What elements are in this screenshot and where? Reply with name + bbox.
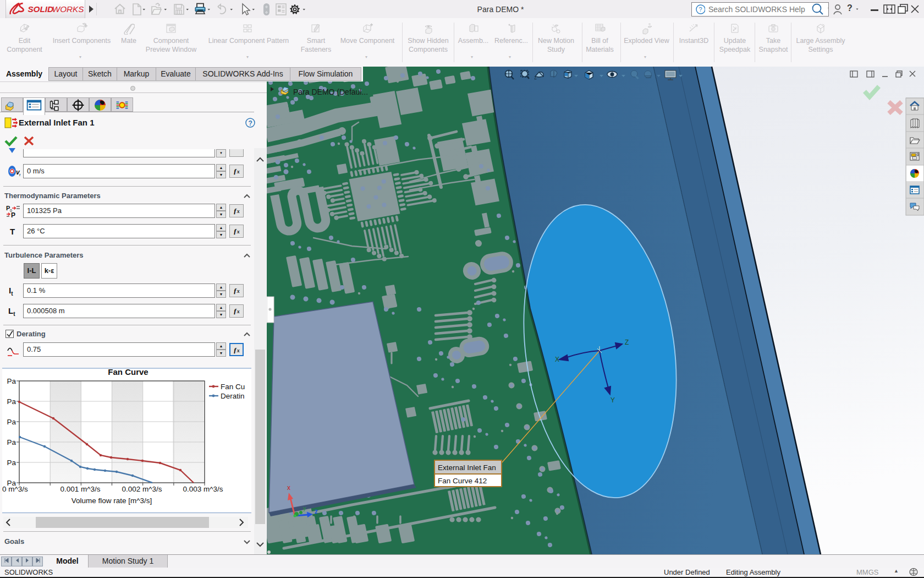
svg-text:0.003 m^3/s: 0.003 m^3/s: [183, 485, 223, 493]
svg-text:WORKS: WORKS: [52, 4, 84, 14]
svg-text:Para DEMO (Defaul...: Para DEMO (Defaul...: [293, 88, 368, 96]
svg-text:Volume flow rate [m^3/s]: Volume flow rate [m^3/s]: [72, 497, 152, 505]
svg-text:Fan Cu: Fan Cu: [221, 383, 245, 391]
svg-text:Y: Y: [610, 396, 615, 404]
svg-text:0.002 m^3/s: 0.002 m^3/s: [122, 485, 162, 493]
svg-text:z: z: [315, 508, 318, 515]
svg-text:?: ?: [699, 6, 702, 13]
svg-text:r: r: [19, 172, 21, 177]
svg-text:0.001 m^3/s: 0.001 m^3/s: [60, 485, 100, 493]
svg-text:Pa: Pa: [7, 418, 16, 426]
svg-text:Z: Z: [625, 339, 629, 346]
svg-text:Pa: Pa: [7, 397, 16, 406]
svg-text:y: y: [303, 505, 306, 511]
svg-text:X: X: [555, 356, 559, 363]
svg-text:Fan Curve 412: Fan Curve 412: [438, 477, 487, 485]
svg-text:SOLID: SOLID: [28, 4, 53, 14]
svg-text:Pa: Pa: [7, 377, 16, 385]
svg-text:P: P: [11, 211, 15, 219]
svg-text:x: x: [287, 484, 290, 492]
svg-text:0 m^3/s: 0 m^3/s: [2, 485, 28, 493]
svg-text:Deratin: Deratin: [221, 392, 245, 400]
svg-text:Pa: Pa: [7, 459, 16, 467]
svg-text:?: ?: [249, 119, 252, 127]
svg-text:External Inlet Fan: External Inlet Fan: [438, 464, 496, 472]
svg-text:Fan Curve: Fan Curve: [108, 367, 148, 377]
svg-text:Pa: Pa: [7, 438, 16, 446]
